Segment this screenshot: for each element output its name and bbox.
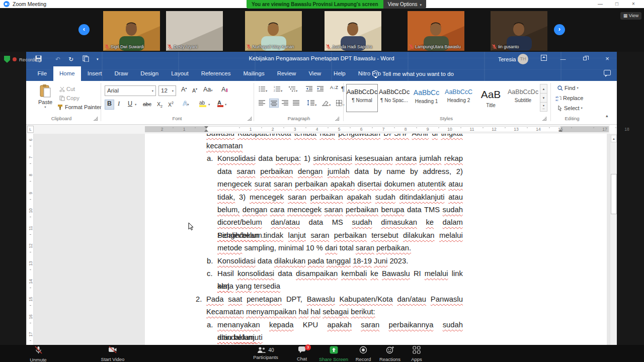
document-area: 67891011121314151617 Bawaslu Kabupaten/K… [26,134,617,345]
tab-review[interactable]: Review [271,66,302,81]
hanging-indent-marker[interactable] [204,129,208,132]
style-heading-2[interactable]: AaBbCcCHeading 2 [443,84,474,112]
find-button[interactable]: Find▾ [557,85,579,91]
unmute-button[interactable]: Unmute [22,346,54,362]
participant-video[interactable]: Juanda Hadi Saputra [325,11,381,51]
highlight-chevron[interactable]: ▾ [208,103,210,107]
italic-button[interactable]: I [118,100,120,108]
font-color-chevron[interactable]: ▾ [225,103,226,107]
tell-me-box[interactable]: Tell me what you want to do [372,66,454,81]
font-dialog-launcher[interactable] [248,117,252,121]
apps-button[interactable]: Apps [405,346,429,362]
align-center-button[interactable] [269,99,279,108]
strikethrough-button[interactable]: abc [143,101,151,107]
tab-help[interactable]: Help [328,66,352,81]
ribbon-display-options-icon[interactable] [538,54,549,64]
share-screen-button[interactable]: Share Screen [317,346,350,362]
clear-formatting-button[interactable]: A▮ [221,86,228,93]
styles-dialog-launcher[interactable] [542,117,546,121]
participants-button[interactable]: 40 Participants [250,346,282,360]
font-name-select[interactable]: Arial▾ [105,85,156,96]
tab-insert[interactable]: Insert [81,66,108,81]
tab-layout[interactable]: Layout [165,66,195,81]
tab-design[interactable]: Design [134,66,165,81]
styles-scroll-up-button[interactable]: ▲ [540,84,547,94]
view-layout-button[interactable]: ▦ View [620,12,641,20]
tab-view[interactable]: View [302,66,328,81]
align-right-button[interactable] [282,100,289,107]
scroll-up-button[interactable]: ▲ [611,135,617,142]
word-restore-button[interactable] [580,54,591,64]
participant-video[interactable]: Nurhayati Way Kanan [245,11,302,51]
styles-scroll-down-button[interactable]: ▼ [540,93,547,103]
previous-participants-button[interactable]: ‹ [78,24,90,35]
word-close-button[interactable]: × [602,54,613,64]
first-line-indent-marker[interactable] [204,126,208,129]
numbering-button[interactable]: 12▾ [274,86,282,93]
tab-draw[interactable]: Draw [108,66,134,81]
tab-home[interactable]: Home [53,66,82,81]
chat-button[interactable]: Chat 3 [288,346,316,361]
tab-mailings[interactable]: Mailings [237,66,271,81]
subscript-button[interactable]: X2 [157,101,163,108]
increase-indent-button[interactable] [317,86,324,93]
highlight-button[interactable]: ab [199,100,206,107]
cut-button[interactable]: Cut [59,86,75,92]
style-title[interactable]: AaBTitle [475,84,507,112]
tab-file[interactable]: File [31,66,53,81]
participant-video[interactable]: Desty Aryani [166,11,223,51]
tab-references[interactable]: References [195,66,237,81]
right-indent-marker[interactable] [558,129,562,132]
justify-button[interactable] [293,100,300,107]
zoom-minimize-button[interactable]: — [595,0,605,8]
word-minimize-button[interactable]: — [557,54,569,64]
underline-options-chevron[interactable]: ▾ [135,103,136,107]
next-participants-button[interactable]: › [554,24,565,35]
format-painter-button[interactable]: Format Painter [57,104,102,110]
superscript-button[interactable]: X2 [168,101,174,108]
zoom-close-button[interactable]: × [628,0,638,8]
clipboard-dialog-launcher[interactable] [94,117,98,121]
sort-button[interactable]: A↓Z [330,85,338,90]
zoom-maximize-button[interactable]: □ [612,0,622,8]
shading-button[interactable]: ▾ [322,100,331,107]
styles-more-button[interactable]: ▾─ [540,102,547,112]
multilevel-list-button[interactable]: ▾ [289,86,297,93]
view-options-button[interactable]: View Options▾ [383,0,426,9]
style-subtitle[interactable]: AaBbCcDcSubtitle [507,84,539,112]
paste-button[interactable]: Paste ▾ [34,84,56,109]
text-effects-button[interactable]: A▾ [183,100,189,107]
start-video-button[interactable]: Start Video [96,346,130,362]
style--normal[interactable]: AaBbCcDc¶ Normal [346,84,378,112]
decrease-indent-button[interactable] [306,86,313,93]
align-left-button[interactable] [259,100,266,107]
underline-button[interactable]: U [128,100,132,107]
collapse-ribbon-icon[interactable]: ▴ [606,113,608,118]
record-button[interactable]: Record [350,346,377,362]
select-button[interactable]: Select▾ [557,105,583,111]
style-heading-1[interactable]: AaBbCcHeading 1 [411,84,442,112]
horizontal-ruler[interactable]: 211234567891011121314151718 [26,125,610,134]
tab-selector[interactable]: L [27,126,34,133]
document-page[interactable]: Bawaslu Kabupaten/Kota terlibat hasil pe… [145,134,607,345]
shrink-font-button[interactable]: A▾ [192,87,197,94]
bullets-button[interactable]: ▾ [259,86,267,93]
font-size-select[interactable]: 12▾ [158,85,176,96]
grow-font-button[interactable]: A▴ [181,86,187,93]
line-spacing-button[interactable]: ▾ [307,100,316,107]
reactions-button[interactable]: Reactions [375,346,405,362]
participant-video[interactable]: Sigit Dwi Suwardi [103,11,160,51]
document-text-line: metode sampling, minimal 10 % dari total… [217,242,463,255]
bold-button[interactable]: B [105,100,114,110]
font-color-button[interactable]: A [217,100,223,107]
account-avatar[interactable]: TH [518,54,528,64]
participant-video[interactable]: Iin gusanto [491,11,547,51]
paragraph-dialog-launcher[interactable] [335,117,339,121]
style--no-spac-[interactable]: AaBbCcDc¶ No Spac... [378,84,410,112]
change-case-button[interactable]: Aa▾ [203,86,213,93]
scrollbar-thumb[interactable] [611,174,617,214]
participant-video[interactable]: LampungUtara Bawaslu [408,11,464,51]
copy-button[interactable]: Copy [59,95,79,101]
replace-button[interactable]: abac Replace [555,95,583,101]
vertical-scrollbar[interactable]: ▲ [610,134,617,345]
